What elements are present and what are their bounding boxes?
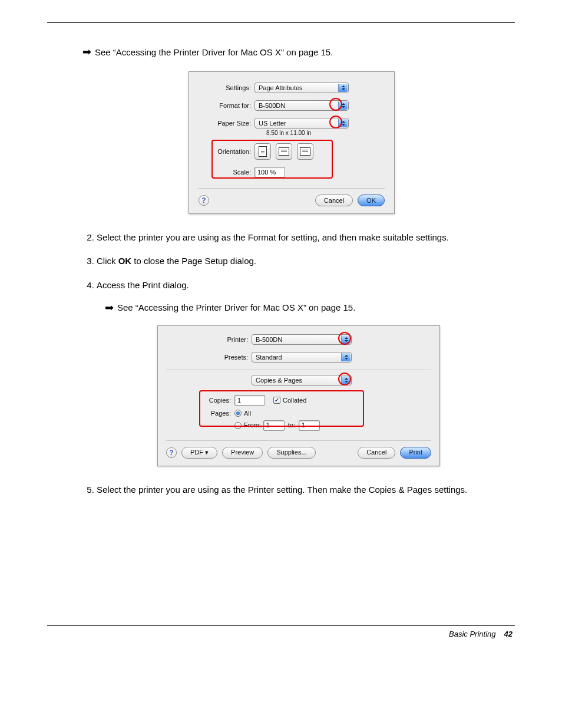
pdf-label: PDF ▾ [190,448,209,457]
footer-section: Basic Printing [449,630,495,638]
step-3-text-b: OK [118,256,132,266]
help-icon: ? [201,196,206,205]
preview-button[interactable]: Preview [222,447,263,459]
stepper-icon [338,119,348,127]
stepper-icon [341,353,351,361]
ok-label: OK [366,197,376,204]
printer-value: B-500DN [256,335,282,344]
step-2: Select the printer you are using as the … [97,232,515,243]
dialog-separator [166,370,431,370]
step-3: Click OK to close the Page Setup dialog. [97,255,515,267]
settings-select[interactable]: Page Attributes [254,83,349,93]
copies-input[interactable]: 1 [234,395,265,406]
step-3-text-c: to close the Page Setup dialog. [131,256,256,266]
orientation-landscape-button[interactable] [276,143,292,160]
copies-value: 1 [237,396,241,405]
cancel-button[interactable]: Cancel [315,195,353,206]
to-label: to: [288,421,295,430]
paper-dimensions: 8.50 in x 11.00 in [254,130,311,136]
help-button[interactable]: ? [199,195,209,206]
paper-size-select[interactable]: US Letter [254,118,349,129]
top-rule [47,22,515,23]
scale-label: Scale: [199,169,254,176]
stepper-icon [341,376,351,384]
copies-label: Copies: [204,396,234,405]
panel-select[interactable]: Copies & Pages [252,375,352,386]
scale-value: 100 % [257,169,276,176]
stepper-icon [338,101,348,110]
orientation-landscape-rev-button[interactable] [297,143,313,160]
cancel-label: Cancel [324,197,344,204]
page-footer: Basic Printing 42 [47,630,515,638]
printer-select[interactable]: B-500DN [252,334,352,345]
from-input[interactable]: 1 [263,420,285,431]
xref-text-2: See “Accessing the Printer Driver for Ma… [117,302,355,314]
from-value: 1 [266,421,270,430]
help-button[interactable]: ? [166,447,177,458]
dialog-separator [166,440,431,441]
print-button[interactable]: Print [400,447,431,459]
settings-label: Settings: [199,84,254,91]
ok-button[interactable]: OK [358,195,385,206]
preview-label: Preview [231,448,254,457]
collated-checkbox[interactable] [273,397,280,404]
cancel-button[interactable]: Cancel [358,447,395,459]
to-value: 1 [302,421,305,430]
xref-row-1: ➡ See “Accessing the Printer Driver for … [82,47,515,57]
step-3-text-a: Click [97,256,118,266]
format-for-label: Format for: [199,102,254,109]
pages-from-radio[interactable] [234,422,242,429]
settings-value: Page Attributes [259,84,303,91]
xref-row-2: ➡ See “Accessing the Printer Driver for … [105,302,515,314]
orientation-label: Orientation: [199,148,254,155]
print-label: Print [409,448,422,457]
presets-value: Standard [256,353,282,362]
cancel-label: Cancel [366,448,386,457]
help-icon: ? [169,448,173,457]
footer-page-number: 42 [504,630,513,638]
arrow-right-icon: ➡ [105,302,114,313]
xref-text-1: See “Accessing the Printer Driver for Ma… [95,47,333,57]
stepper-icon [341,335,351,344]
dialog-separator [199,188,385,189]
format-for-value: B-500DN [259,102,285,109]
pages-all-radio[interactable] [234,410,242,417]
step-5: Select the printer you are using as the … [97,484,515,496]
arrow-right-icon: ➡ [82,47,91,57]
panel-value: Copies & Pages [256,376,302,385]
pdf-button[interactable]: PDF ▾ [181,447,217,459]
paper-size-value: US Letter [259,120,286,127]
page-setup-dialog: Settings: Page Attributes Format for: B-… [189,71,395,214]
stepper-icon [338,84,348,92]
format-for-select[interactable]: B-500DN [254,100,349,111]
bottom-rule [47,625,515,626]
paper-size-label: Paper Size: [199,120,254,127]
presets-select[interactable]: Standard [252,352,352,363]
print-dialog: Printer: B-500DN Presets: Standard [157,325,440,466]
orientation-portrait-button[interactable] [254,143,271,160]
collated-label: Collated [283,396,306,405]
printer-label: Printer: [175,335,252,344]
pages-all-label: All [244,409,251,418]
step-4-text: Access the Print dialog. [97,280,189,290]
scale-input[interactable]: 100 % [254,167,285,177]
supplies-label: Supplies... [276,448,306,457]
pages-label: Pages: [204,409,234,418]
to-input[interactable]: 1 [299,420,320,431]
step-4: Access the Print dialog. ➡ See “Accessin… [97,279,515,466]
from-label: From: [244,421,261,430]
supplies-button[interactable]: Supplies... [267,447,315,459]
presets-label: Presets: [175,353,252,362]
